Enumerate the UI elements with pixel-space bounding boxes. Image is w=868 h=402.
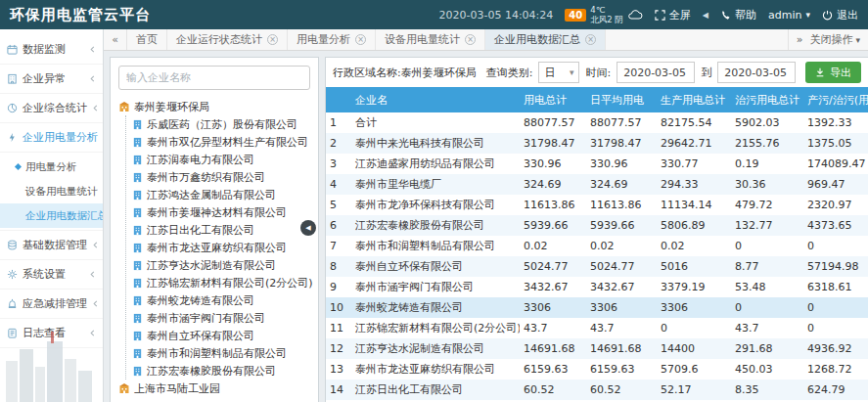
date-from-input[interactable]: 2020-03-05	[617, 62, 695, 83]
column-header[interactable]: 日平均用电	[586, 87, 657, 112]
tree-company-node[interactable]: 泰州市和润塑料制品有限公司	[132, 344, 316, 362]
tree-company-node[interactable]: 江苏鸿达金属制品有限公司	[132, 186, 316, 203]
table-row[interactable]: 9泰州市涵宇阀门有限公司3432.673432.673379.1953.4863…	[326, 277, 868, 297]
tree-company-node[interactable]: 泰州蛟龙铸造有限公司	[132, 291, 316, 309]
tab-close-icon[interactable]: ×	[355, 34, 366, 45]
to-label: 到	[701, 66, 711, 80]
tab-close-icon[interactable]: ×	[465, 34, 476, 45]
table-row[interactable]: 6江苏宏泰橡胶股份有限公司5939.665939.665806.89132.77…	[326, 215, 868, 236]
table-row[interactable]: 11江苏锦宏新材料有限公司(2分公司)43.743.7043.70	[326, 318, 868, 338]
value-cell: 0.02	[586, 236, 657, 256]
table-row[interactable]: 10泰州蛟龙铸造有限公司33063306330600	[326, 297, 868, 318]
sidebar-item-3[interactable]: 企业综合统计	[0, 94, 103, 123]
column-header[interactable]: 治污用电总计	[731, 87, 803, 112]
row-index-cell: 8	[326, 256, 351, 277]
tab-close-icon[interactable]: ×	[585, 34, 596, 45]
fullscreen-button[interactable]: 全屏	[655, 8, 691, 22]
sidebar-item-7[interactable]: 应急减排管理	[0, 290, 103, 319]
tabs-scroll-right-icon[interactable]: »	[797, 33, 803, 46]
company-icon	[132, 331, 143, 341]
tabbar-right-controls: » 关闭操作 ▾	[788, 29, 868, 50]
tree-node-label: 泰州蛟龙铸造有限公司	[147, 293, 254, 308]
table-row[interactable]: 2泰州中来光电科技有限公司31798.4731798.4729642.71215…	[326, 133, 868, 154]
column-header[interactable]: 用电总计	[520, 87, 586, 112]
row-index-cell: 7	[326, 236, 351, 256]
sidebar-subitem[interactable]: 设备用电量统计	[0, 179, 103, 203]
help-button[interactable]: 帮助	[720, 8, 756, 22]
close-operations-menu[interactable]: 关闭操作 ▾	[809, 32, 860, 47]
table-row[interactable]: 1合计88077.5788077.5782175.545902.031392.3…	[326, 112, 868, 133]
tree-company-node[interactable]: 泰州市姜堰神达材料有限公司	[132, 203, 316, 221]
value-cell: 5902.03	[731, 112, 803, 133]
tabs-scroll-left-icon[interactable]: «	[104, 29, 127, 50]
value-cell: 29642.71	[657, 133, 731, 154]
calendar-icon	[7, 44, 18, 55]
sidebar-subitem[interactable]: 企业用电数据汇总	[0, 203, 103, 228]
table-row[interactable]: 8泰州自立环保有限公司5024.775024.7750168.7757194.9…	[326, 256, 868, 277]
export-button[interactable]: 导出	[805, 62, 861, 83]
category-select[interactable]: 日 ▾	[538, 62, 579, 83]
value-cell: 450.03	[731, 359, 803, 380]
table-row[interactable]: 5泰州市龙净环保科技有限公司11613.8611613.8611134.1447…	[326, 195, 868, 215]
tree-company-node[interactable]: 江苏宏泰橡胶股份有限公司	[132, 362, 316, 380]
company-search-input[interactable]	[118, 66, 310, 90]
logout-label: 退出	[837, 8, 858, 22]
tree-collapse-handle[interactable]: ◀	[300, 220, 316, 236]
tree-company-node[interactable]: 泰州自立环保有限公司	[132, 327, 316, 344]
table-row[interactable]: 4泰州市里华电缆厂324.69324.69294.3330.36969.47	[326, 174, 868, 195]
date-to-input[interactable]: 2020-03-05	[717, 62, 796, 83]
value-cell: 5939.66	[520, 215, 586, 236]
tree-company-node[interactable]: 江苏锦宏新材料有限公司(2分公司)	[132, 274, 316, 291]
table-row[interactable]: 14江苏日出化工有限公司60.5260.5252.178.35624.79	[326, 380, 868, 400]
column-header[interactable]: 企业名	[351, 87, 520, 112]
tree-company-node[interactable]: 泰州市双亿异型材料生产有限公司	[132, 133, 316, 151]
table-row[interactable]: 3江苏迪盛家用纺织品有限公司330.96330.96330.770.191740…	[326, 154, 868, 174]
tree-node-label: 江苏亨达水泥制造有限公司	[147, 258, 276, 273]
tab-1[interactable]: 首页	[127, 29, 167, 50]
tree-company-node[interactable]: 泰州市万鑫纺织有限公司	[132, 168, 316, 186]
bolt-icon	[7, 132, 18, 143]
value-cell: 1268.72	[803, 359, 868, 380]
sidebar-subitem[interactable]: 用电量分析	[0, 155, 103, 179]
tree-root-node[interactable]: 上海市马陆工业园	[118, 380, 316, 397]
tree-company-node[interactable]: 乐威医药（江苏）股份有限公司	[132, 115, 316, 133]
sidebar-item-label: 数据监测	[23, 42, 66, 57]
query-bar: 行政区域名称:泰州姜堰环保局 查询类别: 日 ▾ 时间: 2020-03-05 …	[326, 58, 868, 87]
tab-label: 用电量分析	[297, 32, 350, 47]
tab-close-icon[interactable]: ×	[267, 34, 278, 45]
tab-3[interactable]: 用电量分析×	[288, 29, 376, 50]
table-row[interactable]: 7泰州市和润塑料制品有限公司0.020.020.0200	[326, 236, 868, 256]
collapse-widget-icon[interactable]: ◀	[703, 11, 708, 20]
tree-company-node[interactable]: 江苏日出化工有限公司	[132, 221, 316, 239]
company-name-cell: 泰州市龙净环保科技有限公司	[351, 195, 520, 215]
tab-4[interactable]: 设备用电量统计×	[376, 29, 485, 50]
username-label: admin	[768, 9, 801, 22]
tree-root-node[interactable]: 泰州姜堰环保局	[118, 98, 316, 115]
sidebar-item-1[interactable]: 数据监测	[0, 35, 103, 65]
sidebar-item-5[interactable]: 基础数据管理	[0, 231, 103, 260]
tree-node-label: 乐威医药（江苏）股份有限公司	[147, 117, 297, 132]
company-icon	[132, 119, 143, 130]
value-cell: 60.52	[520, 380, 586, 400]
tab-2[interactable]: 企业运行状态统计×	[167, 29, 288, 50]
value-cell: 5709.6	[657, 359, 731, 380]
value-cell: 88077.57	[520, 112, 586, 133]
tab-5[interactable]: 企业用电数据汇总×	[485, 29, 606, 50]
tree-company-node[interactable]: 泰州市涵宇阀门有限公司	[132, 309, 316, 327]
user-menu[interactable]: admin ▾	[768, 9, 810, 22]
sidebar-item-4[interactable]: 企业用电量分析	[0, 123, 103, 153]
tree-company-node[interactable]: 江苏润泰电力有限公司	[132, 151, 316, 168]
tree-company-node[interactable]: 江苏亨达水泥制造有限公司	[132, 256, 316, 274]
company-icon	[132, 295, 143, 306]
column-header[interactable]: 产污/治污(用电量)	[803, 87, 868, 112]
table-row[interactable]: 13泰州市龙达亚麻纺织有限公司6159.636159.635709.6450.0…	[326, 359, 868, 380]
phone-icon	[720, 10, 731, 21]
value-cell: 43.7	[731, 318, 803, 338]
column-header[interactable]: 生产用电总计	[657, 87, 731, 112]
tree-company-node[interactable]: 泰州市龙达亚麻纺织有限公司	[132, 239, 316, 256]
tree-root-label: 上海市马陆工业园	[134, 381, 220, 396]
sidebar-item-2[interactable]: 企业异常	[0, 65, 103, 94]
table-row[interactable]: 12江苏亨达水泥制造有限公司14691.6814691.6814400291.6…	[326, 338, 868, 359]
logout-button[interactable]: 退出	[822, 8, 858, 22]
sidebar-item-6[interactable]: 系统设置	[0, 260, 103, 290]
